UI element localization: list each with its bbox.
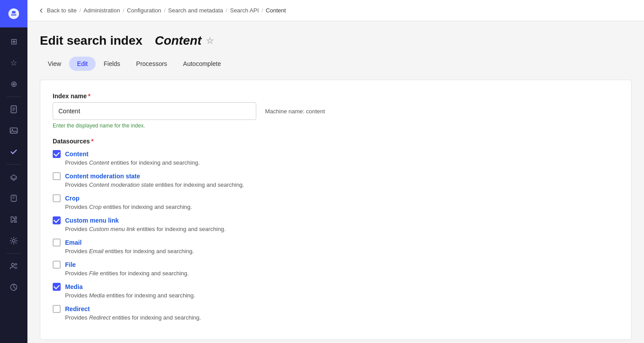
datasource-checkbox-custom-menu-link[interactable] (53, 216, 61, 224)
datasource-header: File (53, 261, 619, 269)
datasource-item: Content moderation stateProvides Content… (53, 172, 619, 188)
form-card: Index name * Machine name: content Enter… (40, 80, 632, 340)
topbar: Back to site / Administration / Configur… (27, 0, 644, 21)
tab-autocomplete[interactable]: Autocomplete (175, 57, 229, 71)
datasource-description: Provides Custom menu link entities for i… (65, 226, 619, 232)
breadcrumb-configuration[interactable]: Configuration (127, 7, 161, 14)
datasource-item: Custom menu linkProvides Custom menu lin… (53, 216, 619, 232)
breadcrumb-search-metadata[interactable]: Search and metadata (168, 7, 223, 14)
svg-rect-4 (10, 128, 17, 133)
datasource-description: Provides Email entities for indexing and… (65, 248, 619, 254)
datasource-item: ContentProvides Content entities for ind… (53, 150, 619, 166)
index-name-label: Index name * (53, 92, 619, 100)
datasource-header: Crop (53, 194, 619, 202)
back-to-site-link[interactable]: Back to site (38, 7, 77, 14)
index-name-hint: Enter the displayed name for the index. (53, 123, 619, 129)
tab-edit[interactable]: Edit (69, 57, 96, 71)
datasource-checkbox-redirect[interactable] (53, 305, 61, 313)
datasource-name[interactable]: Redirect (65, 305, 90, 312)
datasource-item: FileProvides File entities for indexing … (53, 261, 619, 277)
datasource-description: Provides File entities for indexing and … (65, 270, 619, 277)
datasource-name[interactable]: Email (65, 239, 81, 246)
index-name-row: Machine name: content (53, 102, 619, 120)
datasource-description: Provides Media entities for indexing and… (65, 292, 619, 299)
sidebar-icon-layers[interactable] (4, 167, 23, 187)
sidebar-icon-badge[interactable] (4, 189, 23, 208)
svg-point-5 (12, 129, 13, 131)
datasource-description: Provides Content moderation state entiti… (65, 181, 619, 188)
breadcrumb-search-api[interactable]: Search API (230, 7, 259, 14)
svg-point-7 (12, 239, 15, 242)
required-indicator: * (88, 92, 90, 100)
datasources-label: Datasources * (53, 138, 619, 145)
datasource-description: Provides Redirect entities for indexing … (65, 314, 619, 321)
main-content: Back to site / Administration / Configur… (27, 0, 644, 343)
datasource-checkbox-file[interactable] (53, 261, 61, 269)
content-area: Edit search index Content ☆ View Edit Fi… (27, 21, 644, 343)
favorite-star-icon[interactable]: ☆ (206, 35, 214, 46)
datasource-header: Media (53, 283, 619, 291)
datasource-checkbox-email[interactable] (53, 239, 61, 247)
sidebar: ⊞ ☆ ⊕ (0, 0, 27, 343)
sidebar-divider-2 (7, 164, 21, 165)
sidebar-icon-grid[interactable]: ⊞ (4, 32, 23, 51)
breadcrumb-content: Content (266, 7, 286, 14)
sidebar-icon-document[interactable] (4, 100, 23, 119)
sidebar-divider-1 (7, 96, 21, 97)
datasources-required: * (91, 138, 93, 145)
breadcrumb-administration[interactable]: Administration (84, 7, 120, 14)
tabs: View Edit Fields Processors Autocomplete (40, 57, 632, 71)
sidebar-icon-chart[interactable] (4, 277, 23, 297)
datasource-header: Content (53, 150, 619, 158)
datasource-checkbox-content-moderation-state[interactable] (53, 172, 61, 180)
datasource-header: Redirect (53, 305, 619, 313)
datasource-header: Content moderation state (53, 172, 619, 180)
datasource-description: Provides Content entities for indexing a… (65, 159, 619, 166)
tab-processors[interactable]: Processors (128, 57, 175, 71)
app-logo[interactable] (0, 0, 27, 27)
datasource-item: EmailProvides Email entities for indexin… (53, 239, 619, 254)
datasource-item: CropProvides Crop entities for indexing … (53, 194, 619, 210)
datasource-item: RedirectProvides Redirect entities for i… (53, 305, 619, 321)
tab-view[interactable]: View (40, 57, 69, 71)
sidebar-icon-puzzle[interactable] (4, 210, 23, 229)
sidebar-icon-plus[interactable]: ⊕ (4, 74, 23, 94)
datasource-checkbox-crop[interactable] (53, 194, 61, 202)
datasource-name[interactable]: Content (65, 150, 89, 158)
svg-point-9 (15, 263, 17, 265)
breadcrumb: Back to site / Administration / Configur… (38, 7, 286, 14)
datasource-name[interactable]: Content moderation state (65, 173, 140, 180)
datasource-name[interactable]: Custom menu link (65, 217, 119, 224)
sidebar-icon-image[interactable] (4, 121, 23, 140)
page-title: Edit search index Content ☆ (40, 34, 632, 48)
datasource-name[interactable]: Crop (65, 195, 80, 202)
datasource-description: Provides Crop entities for indexing and … (65, 204, 619, 210)
datasource-header: Email (53, 239, 619, 247)
datasource-item: MediaProvides Media entities for indexin… (53, 283, 619, 299)
sidebar-icon-star[interactable]: ☆ (4, 53, 23, 73)
sidebar-icon-gear[interactable] (4, 231, 23, 251)
datasource-checkbox-media[interactable] (53, 283, 61, 291)
tab-fields[interactable]: Fields (96, 57, 128, 71)
svg-point-8 (12, 263, 14, 266)
datasource-name[interactable]: File (65, 261, 76, 268)
datasource-name[interactable]: Media (65, 283, 83, 290)
datasource-header: Custom menu link (53, 216, 619, 224)
datasources-list: ContentProvides Content entities for ind… (53, 150, 619, 321)
sidebar-icon-check[interactable] (4, 142, 23, 162)
index-name-input[interactable] (53, 102, 256, 120)
sidebar-divider-3 (7, 253, 21, 254)
machine-name-label: Machine name: content (265, 108, 325, 115)
sidebar-icon-users[interactable] (4, 256, 23, 276)
datasource-checkbox-content[interactable] (53, 150, 61, 158)
